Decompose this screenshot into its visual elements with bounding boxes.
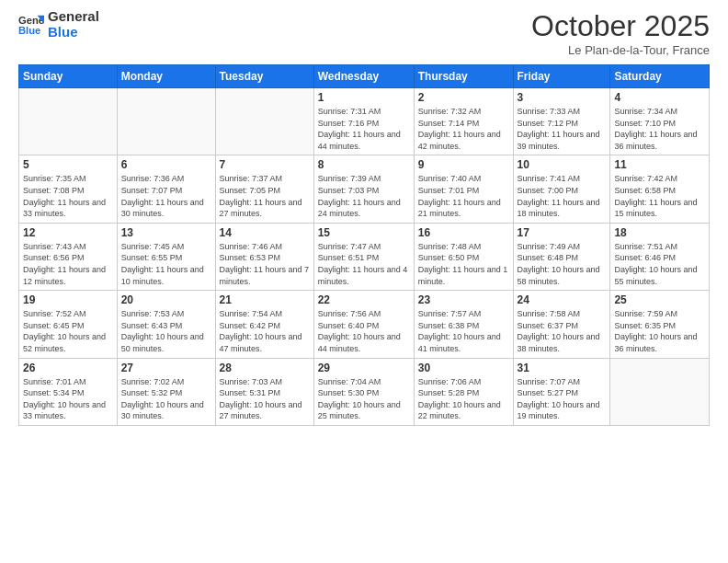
calendar-cell: 26Sunrise: 7:01 AM Sunset: 5:34 PM Dayli… (19, 358, 118, 425)
calendar-cell: 6Sunrise: 7:36 AM Sunset: 7:07 PM Daylig… (117, 155, 215, 223)
calendar-cell: 8Sunrise: 7:39 AM Sunset: 7:03 PM Daylig… (313, 155, 414, 223)
day-number: 5 (23, 158, 113, 171)
day-info: Sunrise: 7:43 AM Sunset: 6:56 PM Dayligh… (23, 241, 113, 287)
day-info: Sunrise: 7:57 AM Sunset: 6:38 PM Dayligh… (418, 308, 509, 354)
day-number: 14 (220, 226, 310, 239)
calendar-cell: 9Sunrise: 7:40 AM Sunset: 7:01 PM Daylig… (414, 155, 513, 223)
day-info: Sunrise: 7:45 AM Sunset: 6:55 PM Dayligh… (121, 241, 211, 287)
day-number: 2 (418, 91, 509, 104)
day-number: 11 (614, 158, 705, 171)
day-header-sunday: Sunday (19, 65, 118, 88)
day-header-friday: Friday (513, 65, 610, 88)
calendar-cell: 13Sunrise: 7:45 AM Sunset: 6:55 PM Dayli… (117, 223, 215, 290)
day-number: 24 (518, 293, 607, 306)
calendar-cell (117, 88, 215, 155)
calendar-cell: 12Sunrise: 7:43 AM Sunset: 6:56 PM Dayli… (19, 223, 118, 290)
calendar-cell: 18Sunrise: 7:51 AM Sunset: 6:46 PM Dayli… (610, 223, 710, 290)
calendar-cell: 5Sunrise: 7:35 AM Sunset: 7:08 PM Daylig… (19, 155, 118, 223)
day-number: 15 (318, 226, 410, 239)
calendar-cell: 28Sunrise: 7:03 AM Sunset: 5:31 PM Dayli… (215, 358, 313, 425)
day-number: 29 (318, 362, 410, 374)
day-info: Sunrise: 7:46 AM Sunset: 6:53 PM Dayligh… (220, 241, 310, 287)
day-info: Sunrise: 7:34 AM Sunset: 7:10 PM Dayligh… (614, 106, 705, 152)
day-header-saturday: Saturday (610, 65, 710, 88)
day-number: 26 (23, 362, 113, 374)
day-number: 8 (318, 158, 410, 171)
day-info: Sunrise: 7:53 AM Sunset: 6:43 PM Dayligh… (121, 308, 211, 354)
day-info: Sunrise: 7:52 AM Sunset: 6:45 PM Dayligh… (23, 308, 113, 354)
svg-text:Blue: Blue (18, 25, 40, 36)
logo-blue: Blue (48, 25, 99, 40)
title-block: October 2025 Le Plan-de-la-Tour, France (531, 9, 710, 57)
calendar-cell: 1Sunrise: 7:31 AM Sunset: 7:16 PM Daylig… (313, 88, 414, 155)
calendar-cell: 27Sunrise: 7:02 AM Sunset: 5:32 PM Dayli… (117, 358, 215, 425)
day-header-monday: Monday (117, 65, 215, 88)
calendar-cell (610, 358, 710, 425)
day-number: 22 (318, 293, 410, 306)
calendar-cell: 14Sunrise: 7:46 AM Sunset: 6:53 PM Dayli… (215, 223, 313, 290)
calendar-cell: 3Sunrise: 7:33 AM Sunset: 7:12 PM Daylig… (513, 88, 610, 155)
calendar-cell: 29Sunrise: 7:04 AM Sunset: 5:30 PM Dayli… (313, 358, 414, 425)
day-info: Sunrise: 7:35 AM Sunset: 7:08 PM Dayligh… (23, 173, 113, 219)
day-number: 20 (121, 293, 211, 306)
day-info: Sunrise: 7:41 AM Sunset: 7:00 PM Dayligh… (518, 173, 607, 219)
calendar-cell: 20Sunrise: 7:53 AM Sunset: 6:43 PM Dayli… (117, 291, 215, 358)
day-number: 27 (121, 362, 211, 374)
calendar-cell: 2Sunrise: 7:32 AM Sunset: 7:14 PM Daylig… (414, 88, 513, 155)
calendar-cell: 7Sunrise: 7:37 AM Sunset: 7:05 PM Daylig… (215, 155, 313, 223)
day-info: Sunrise: 7:39 AM Sunset: 7:03 PM Dayligh… (318, 173, 410, 219)
day-number: 16 (418, 226, 509, 239)
header: General Blue General Blue October 2025 L… (18, 9, 710, 57)
day-info: Sunrise: 7:54 AM Sunset: 6:42 PM Dayligh… (220, 308, 310, 354)
day-info: Sunrise: 7:40 AM Sunset: 7:01 PM Dayligh… (418, 173, 509, 219)
calendar-table: SundayMondayTuesdayWednesdayThursdayFrid… (18, 64, 710, 426)
calendar-cell: 23Sunrise: 7:57 AM Sunset: 6:38 PM Dayli… (414, 291, 513, 358)
day-info: Sunrise: 7:47 AM Sunset: 6:51 PM Dayligh… (318, 241, 410, 287)
calendar-cell: 30Sunrise: 7:06 AM Sunset: 5:28 PM Dayli… (414, 358, 513, 425)
calendar-cell: 17Sunrise: 7:49 AM Sunset: 6:48 PM Dayli… (513, 223, 610, 290)
day-info: Sunrise: 7:06 AM Sunset: 5:28 PM Dayligh… (418, 376, 509, 422)
calendar-week-row: 19Sunrise: 7:52 AM Sunset: 6:45 PM Dayli… (19, 291, 710, 358)
calendar-week-row: 12Sunrise: 7:43 AM Sunset: 6:56 PM Dayli… (19, 223, 710, 290)
calendar-cell: 22Sunrise: 7:56 AM Sunset: 6:40 PM Dayli… (313, 291, 414, 358)
location-subtitle: Le Plan-de-la-Tour, France (531, 43, 710, 57)
calendar-week-row: 1Sunrise: 7:31 AM Sunset: 7:16 PM Daylig… (19, 88, 710, 155)
day-number: 23 (418, 293, 509, 306)
calendar-cell (19, 88, 118, 155)
logo-icon: General Blue (18, 12, 44, 38)
logo-general: General (48, 9, 99, 25)
day-number: 30 (418, 362, 509, 374)
day-number: 6 (121, 158, 211, 171)
page: General Blue General Blue October 2025 L… (0, 0, 728, 563)
calendar-header-row: SundayMondayTuesdayWednesdayThursdayFrid… (19, 65, 710, 88)
day-header-thursday: Thursday (414, 65, 513, 88)
calendar-week-row: 5Sunrise: 7:35 AM Sunset: 7:08 PM Daylig… (19, 155, 710, 223)
calendar-week-row: 26Sunrise: 7:01 AM Sunset: 5:34 PM Dayli… (19, 358, 710, 425)
day-info: Sunrise: 7:58 AM Sunset: 6:37 PM Dayligh… (518, 308, 607, 354)
day-number: 21 (220, 293, 310, 306)
calendar-cell (215, 88, 313, 155)
day-info: Sunrise: 7:01 AM Sunset: 5:34 PM Dayligh… (23, 376, 113, 422)
day-number: 7 (220, 158, 310, 171)
logo: General Blue General Blue (18, 9, 99, 40)
calendar-cell: 24Sunrise: 7:58 AM Sunset: 6:37 PM Dayli… (513, 291, 610, 358)
day-info: Sunrise: 7:33 AM Sunset: 7:12 PM Dayligh… (518, 106, 607, 152)
calendar-cell: 16Sunrise: 7:48 AM Sunset: 6:50 PM Dayli… (414, 223, 513, 290)
day-number: 25 (614, 293, 705, 306)
day-header-tuesday: Tuesday (215, 65, 313, 88)
day-info: Sunrise: 7:42 AM Sunset: 6:58 PM Dayligh… (614, 173, 705, 219)
month-title: October 2025 (531, 9, 710, 43)
day-info: Sunrise: 7:07 AM Sunset: 5:27 PM Dayligh… (518, 376, 607, 422)
day-number: 4 (614, 91, 705, 104)
day-info: Sunrise: 7:59 AM Sunset: 6:35 PM Dayligh… (614, 308, 705, 354)
day-info: Sunrise: 7:51 AM Sunset: 6:46 PM Dayligh… (614, 241, 705, 287)
calendar-cell: 11Sunrise: 7:42 AM Sunset: 6:58 PM Dayli… (610, 155, 710, 223)
day-info: Sunrise: 7:49 AM Sunset: 6:48 PM Dayligh… (518, 241, 607, 287)
day-number: 28 (220, 362, 310, 374)
day-info: Sunrise: 7:04 AM Sunset: 5:30 PM Dayligh… (318, 376, 410, 422)
day-number: 9 (418, 158, 509, 171)
day-header-wednesday: Wednesday (313, 65, 414, 88)
day-info: Sunrise: 7:48 AM Sunset: 6:50 PM Dayligh… (418, 241, 509, 287)
day-info: Sunrise: 7:36 AM Sunset: 7:07 PM Dayligh… (121, 173, 211, 219)
day-number: 17 (518, 226, 607, 239)
